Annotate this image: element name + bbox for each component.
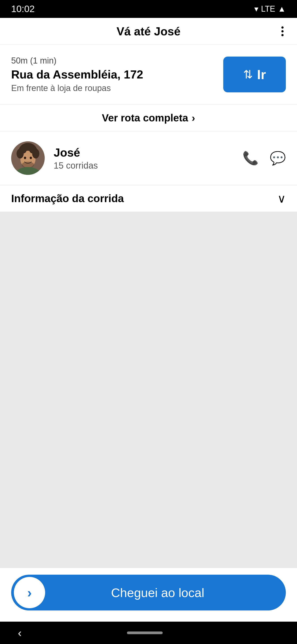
menu-dot-3	[281, 34, 284, 36]
go-button[interactable]: ⇅ Ir	[223, 56, 286, 92]
navigation-icon: ⇅	[243, 68, 253, 81]
passenger-avatar	[11, 141, 45, 175]
more-menu-button[interactable]	[279, 24, 286, 38]
ride-info-title: Informação da corrida	[11, 192, 124, 204]
svg-point-4	[30, 157, 32, 159]
go-button-label: Ir	[257, 67, 266, 82]
signal-icon: ▲	[278, 4, 286, 14]
passenger-section: José 15 corridas 📞 💬	[0, 131, 297, 185]
destination-time-distance: 50m (1 min)	[11, 56, 214, 66]
message-button[interactable]: 💬	[270, 150, 286, 166]
passenger-rides: 15 corridas	[54, 160, 243, 170]
back-button[interactable]: ‹	[18, 626, 22, 639]
header: Vá até José	[0, 18, 297, 45]
map-area	[0, 212, 297, 568]
lte-label: LTE	[261, 4, 275, 14]
status-icons: ▾ LTE ▲	[254, 4, 286, 14]
destination-note: Em frente à loja de roupas	[11, 84, 214, 93]
header-title: Vá até José	[116, 24, 180, 38]
avatar-image	[11, 141, 45, 175]
call-button[interactable]: 📞	[243, 150, 259, 166]
svg-point-10	[29, 146, 35, 154]
chevron-down-icon: ∨	[277, 192, 286, 205]
arrived-button-circle: ›	[14, 577, 45, 608]
view-full-route-button[interactable]: Ver rota completa ›	[0, 104, 297, 131]
passenger-actions: 📞 💬	[243, 150, 286, 166]
passenger-details: José 15 corridas	[54, 146, 243, 170]
menu-dot-1	[281, 26, 284, 28]
arrived-button[interactable]: › Cheguei ao local	[11, 575, 286, 610]
arrived-arrow-icon: ›	[27, 585, 32, 600]
status-bar: 10:02 ▾ LTE ▲	[0, 0, 297, 18]
svg-point-5	[22, 162, 34, 168]
svg-point-9	[20, 146, 26, 154]
navigation-bar: ‹	[0, 622, 297, 644]
destination-address: Rua da Assembléia, 172	[11, 68, 214, 81]
svg-point-3	[24, 157, 26, 159]
status-time: 10:02	[11, 4, 35, 14]
wifi-icon: ▾	[254, 4, 258, 14]
passenger-name: José	[54, 146, 243, 159]
ride-info-section[interactable]: Informação da corrida ∨	[0, 185, 297, 212]
home-indicator	[127, 632, 163, 634]
route-link-text: Ver rota completa	[102, 112, 188, 124]
bottom-section: › Cheguei ao local	[0, 568, 297, 622]
menu-dot-2	[281, 30, 284, 32]
arrived-button-label: Cheguei ao local	[45, 586, 270, 600]
destination-section: 50m (1 min) Rua da Assembléia, 172 Em fr…	[0, 45, 297, 104]
destination-info: 50m (1 min) Rua da Assembléia, 172 Em fr…	[11, 56, 214, 93]
route-link-arrow-icon: ›	[192, 112, 195, 124]
